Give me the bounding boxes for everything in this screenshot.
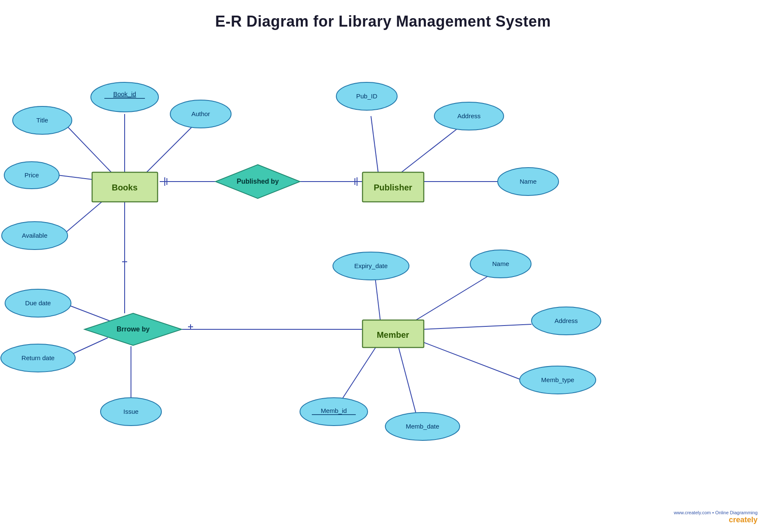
svg-line-14 — [423, 324, 532, 329]
svg-text:Publisher: Publisher — [373, 183, 412, 192]
svg-text:Address: Address — [457, 112, 480, 119]
svg-line-2 — [144, 125, 194, 175]
watermark-brand: creately — [729, 516, 758, 524]
svg-line-10 — [399, 125, 463, 174]
svg-text:Expiry_date: Expiry_date — [354, 262, 387, 269]
svg-text:Memb_id: Memb_id — [321, 407, 347, 414]
svg-text:Member: Member — [377, 330, 409, 339]
watermark-site: www.creately.com — [674, 510, 711, 515]
svg-line-1 — [65, 125, 114, 175]
svg-text:Brrowe by: Brrowe by — [117, 326, 150, 333]
svg-text:Author: Author — [191, 110, 210, 117]
svg-text:Due date: Due date — [25, 299, 51, 307]
svg-text:Books: Books — [112, 183, 137, 192]
svg-line-24 — [65, 304, 112, 322]
svg-line-12 — [375, 278, 380, 320]
svg-text:Name: Name — [520, 178, 537, 185]
svg-text:Price: Price — [25, 171, 39, 179]
svg-text:Address: Address — [554, 317, 578, 324]
svg-text:Available: Available — [22, 232, 48, 239]
svg-text:Return date: Return date — [22, 354, 55, 361]
svg-line-13 — [413, 272, 494, 322]
svg-text:Book_id: Book_id — [113, 90, 136, 98]
watermark-tagline: • Online Diagramming — [712, 510, 758, 515]
svg-text:Pub_ID: Pub_ID — [356, 92, 377, 100]
svg-text:Published by: Published by — [237, 178, 279, 185]
svg-text:Memb_type: Memb_type — [541, 376, 574, 383]
svg-text:Title: Title — [36, 117, 48, 124]
watermark: www.creately.com • Online Diagramming cr… — [674, 510, 758, 524]
svg-line-16 — [338, 340, 380, 405]
svg-text:Issue: Issue — [123, 408, 139, 415]
svg-text:Memb_date: Memb_date — [406, 423, 439, 430]
svg-text:Name: Name — [492, 260, 509, 267]
svg-line-17 — [397, 342, 418, 422]
svg-line-9 — [371, 116, 378, 172]
svg-line-15 — [418, 340, 520, 379]
